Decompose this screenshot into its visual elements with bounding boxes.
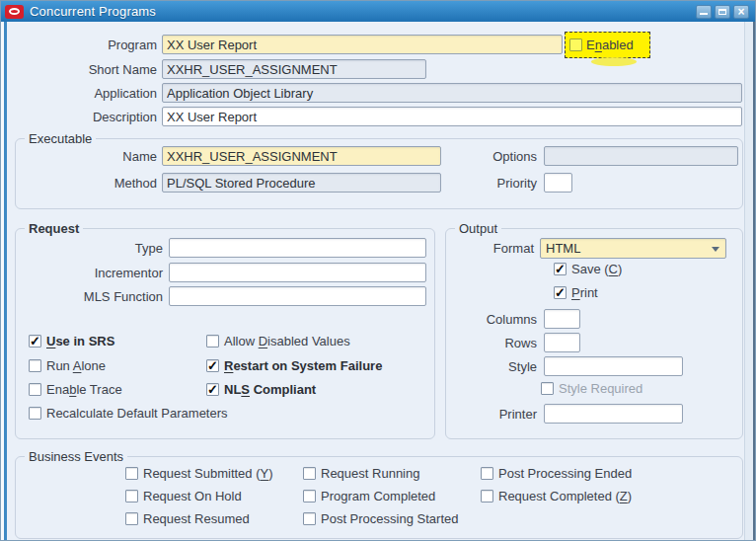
- application-label: Application: [29, 86, 157, 101]
- enable-trace-checkbox[interactable]: Enable Trace: [29, 381, 122, 397]
- checkbox-icon: [29, 335, 41, 348]
- checkbox-icon: [125, 490, 138, 502]
- window-left-accent: [4, 22, 7, 540]
- rows-input[interactable]: [544, 333, 580, 352]
- save-checkbox[interactable]: Save (C): [554, 261, 622, 276]
- restart-on-system-failure-checkbox[interactable]: Restart on System Failure: [206, 357, 382, 373]
- format-label: Format: [445, 241, 534, 256]
- checkbox-icon: [206, 335, 219, 348]
- checkbox-icon: [481, 467, 493, 480]
- checkbox-icon: [29, 359, 41, 372]
- checkbox-icon: [206, 383, 219, 396]
- priority-label: Priority: [425, 176, 537, 191]
- window-titlebar[interactable]: Concurrent Programs ×: [1, 1, 755, 22]
- print-checkbox[interactable]: Print: [554, 284, 598, 300]
- short-name-label: Short Name: [29, 62, 157, 77]
- incrementor-label: Incrementor: [31, 266, 163, 280]
- checkbox-icon: [206, 359, 219, 372]
- format-select[interactable]: HTML: [540, 238, 726, 259]
- columns-input[interactable]: [544, 309, 580, 329]
- minimize-button[interactable]: [696, 5, 712, 19]
- close-button[interactable]: ×: [733, 5, 749, 19]
- request-completed-checkbox[interactable]: Request Completed (Z): [481, 488, 632, 503]
- checkbox-icon: [29, 407, 41, 420]
- post-processing-started-checkbox[interactable]: Post Processing Started: [303, 510, 458, 526]
- options-input[interactable]: [544, 146, 738, 166]
- program-label: Program: [29, 38, 157, 52]
- checkbox-icon: [125, 467, 138, 480]
- request-submitted-checkbox[interactable]: Request Submitted (Y): [125, 465, 273, 481]
- executable-method-label: Method: [29, 176, 157, 191]
- style-input[interactable]: [544, 356, 683, 376]
- format-value: HTML: [546, 241, 580, 256]
- nls-compliant-checkbox[interactable]: NLS Compliant: [206, 381, 316, 397]
- rows-label: Rows: [448, 336, 537, 350]
- concurrent-programs-window: Concurrent Programs × Program Enabled Sh…: [0, 0, 756, 541]
- program-input[interactable]: [162, 35, 563, 54]
- recalculate-default-parameters-checkbox[interactable]: Recalculate Default Parameters: [29, 405, 228, 421]
- close-icon: ×: [734, 5, 748, 19]
- mls-function-label: MLS Function: [31, 289, 163, 304]
- type-input[interactable]: [169, 238, 426, 258]
- chevron-down-icon: [712, 247, 719, 256]
- description-input[interactable]: [162, 107, 742, 126]
- checkbox-icon: [569, 39, 582, 51]
- checkbox-icon: [303, 467, 316, 480]
- enabled-checkbox[interactable]: Enabled: [565, 32, 650, 58]
- run-alone-checkbox[interactable]: Run Alone: [29, 357, 106, 373]
- request-running-checkbox[interactable]: Request Running: [303, 465, 419, 481]
- request-resumed-checkbox[interactable]: Request Resumed: [125, 510, 250, 526]
- post-processing-ended-checkbox[interactable]: Post Processing Ended: [481, 465, 632, 481]
- printer-input[interactable]: [544, 404, 683, 424]
- business-events-group-title: Business Events: [25, 449, 127, 464]
- style-label: Style: [448, 359, 537, 374]
- incrementor-input[interactable]: [169, 263, 426, 282]
- use-in-srs-checkbox[interactable]: Use in SRS: [29, 333, 114, 348]
- columns-label: Columns: [448, 312, 537, 327]
- checkbox-icon: [125, 512, 138, 525]
- window-right-accent: [753, 22, 755, 540]
- type-label: Type: [31, 241, 163, 256]
- request-group-title: Request: [25, 221, 83, 236]
- checkbox-icon: [554, 286, 567, 299]
- checkbox-icon: [303, 512, 316, 525]
- short-name-input[interactable]: [162, 59, 426, 79]
- maximize-icon: [718, 9, 726, 15]
- description-label: Description: [29, 110, 157, 124]
- highlight-smudge: [591, 57, 637, 66]
- oracle-logo-icon: [5, 5, 24, 19]
- application-input[interactable]: [162, 83, 742, 103]
- output-group-title: Output: [455, 221, 501, 236]
- style-required-checkbox[interactable]: Style Required: [541, 380, 643, 396]
- executable-group-title: Executable: [25, 131, 96, 146]
- priority-input[interactable]: [544, 173, 572, 193]
- checkbox-icon: [481, 490, 493, 502]
- request-on-hold-checkbox[interactable]: Request On Hold: [125, 488, 242, 503]
- checkbox-icon: [303, 490, 316, 502]
- maximize-button[interactable]: [715, 5, 730, 19]
- executable-method-input[interactable]: [162, 173, 441, 193]
- program-completed-checkbox[interactable]: Program Completed: [303, 488, 435, 503]
- printer-label: Printer: [448, 407, 537, 422]
- window-controls: ×: [696, 5, 751, 19]
- executable-name-label: Name: [29, 149, 157, 164]
- window-title: Concurrent Programs: [30, 4, 156, 19]
- allow-disabled-values-checkbox[interactable]: Allow Disabled Values: [206, 333, 350, 348]
- executable-name-input[interactable]: [162, 146, 441, 166]
- checkbox-icon: [29, 383, 41, 396]
- mls-function-input[interactable]: [169, 286, 426, 306]
- checkbox-icon: [541, 382, 554, 395]
- checkbox-icon: [554, 263, 567, 275]
- options-label: Options: [425, 149, 537, 164]
- minimize-icon: [700, 13, 708, 15]
